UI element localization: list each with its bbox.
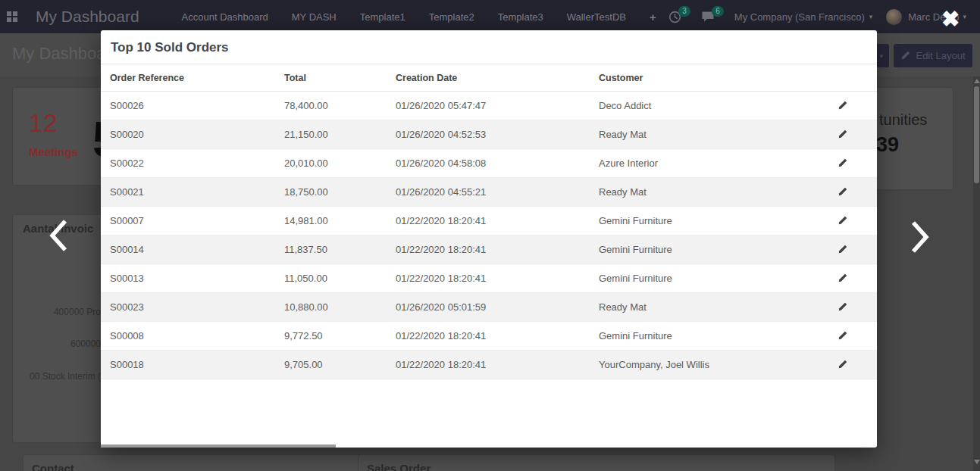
table-row[interactable]: S00013 11,050.00 01/22/2020 18:20:41 Gem… [101, 264, 877, 293]
navbar-brand[interactable]: My Dashboard [36, 8, 139, 26]
edit-pencil-icon[interactable] [838, 245, 847, 254]
order-reference-cell: S00026 [110, 100, 284, 111]
scroll-down-arrow-icon[interactable] [974, 460, 980, 464]
customer-cell: Gemini Furniture [599, 215, 838, 226]
total-cell: 20,010.00 [284, 158, 396, 169]
edit-pencil-icon[interactable] [838, 158, 847, 168]
column-header-order-reference: Order Reference [110, 73, 284, 83]
total-cell: 21,150.00 [284, 129, 396, 140]
orders-table: Order Reference Total Creation Date Cust… [101, 64, 877, 379]
edit-pencil-icon[interactable] [838, 101, 847, 111]
sales-order-card-title: Sales Order [367, 462, 431, 471]
nav-item-template1[interactable]: Template1 [360, 11, 405, 23]
creation-date-cell: 01/26/2020 05:47:47 [396, 100, 599, 111]
table-row[interactable]: S00020 21,150.00 01/26/2020 04:52:53 Rea… [101, 120, 877, 149]
customer-cell: YourCompany, Joel Willis [599, 359, 838, 370]
chart-axis-label: 00 Stock Interim ( [30, 371, 101, 382]
creation-date-cell: 01/26/2020 04:55:21 [396, 186, 599, 198]
edit-pencil-icon[interactable] [838, 129, 847, 139]
total-cell: 14,981.00 [284, 215, 396, 226]
modal-title: Top 10 Sold Orders [101, 30, 877, 64]
user-avatar[interactable] [886, 9, 902, 25]
navbar-right: 3 6 My Company (San Francisco) ▾ Marc De… [668, 9, 966, 25]
company-caret-icon: ▾ [869, 13, 873, 20]
close-modal-icon[interactable]: ✖ [941, 8, 960, 30]
pencil-icon [900, 51, 910, 61]
edit-pencil-icon[interactable] [838, 360, 847, 370]
total-cell: 11,837.50 [284, 244, 396, 255]
edit-pencil-icon[interactable] [838, 273, 847, 283]
creation-date-cell: 01/22/2020 18:20:41 [396, 273, 599, 284]
total-cell: 11,050.00 [284, 273, 396, 284]
chevron-down-icon: ▾ [879, 52, 883, 60]
total-cell: 9,705.00 [284, 359, 396, 370]
edit-pencil-icon[interactable] [838, 187, 847, 197]
total-cell: 10,880.00 [284, 301, 396, 313]
nav-item-my-dash[interactable]: MY DASH [292, 11, 337, 23]
order-reference-cell: S00023 [110, 301, 284, 313]
nav-item-wallertestdb[interactable]: WallerTestDB [567, 11, 626, 23]
orders-table-body: S00026 78,400.00 01/26/2020 05:47:47 Dec… [101, 92, 877, 379]
column-header-total: Total [284, 73, 396, 83]
customer-cell: Ready Mat [599, 129, 838, 140]
table-row[interactable]: S00007 14,981.00 01/22/2020 18:20:41 Gem… [101, 207, 877, 236]
nav-item-template2[interactable]: Template2 [429, 11, 474, 23]
modal-horizontal-scrollbar-thumb[interactable] [101, 444, 336, 448]
add-dashboard-icon[interactable]: + [650, 11, 656, 23]
order-reference-cell: S00014 [110, 244, 284, 255]
creation-date-cell: 01/22/2020 18:20:41 [396, 215, 599, 226]
edit-pencil-icon[interactable] [838, 216, 847, 226]
apps-grid-icon[interactable] [7, 11, 17, 22]
order-reference-cell: S00013 [110, 273, 284, 284]
user-caret-icon: ▾ [963, 13, 966, 20]
customer-cell: Gemini Furniture [599, 330, 838, 342]
contact-card-title: Contact [32, 462, 74, 471]
top-navbar: My Dashboard Account Dashboard MY DASH T… [0, 0, 980, 33]
scroll-up-arrow-icon[interactable] [974, 79, 980, 83]
creation-date-cell: 01/26/2020 05:01:59 [396, 301, 599, 313]
total-cell: 78,400.00 [284, 100, 396, 111]
meetings-label: Meetings [29, 145, 78, 158]
nav-item-template3[interactable]: Template3 [498, 11, 543, 23]
next-widget-arrow[interactable] [909, 219, 931, 258]
column-header-customer: Customer [599, 73, 838, 83]
order-reference-cell: S00022 [110, 158, 284, 169]
table-row[interactable]: S00021 18,750.00 01/26/2020 04:55:21 Rea… [101, 178, 877, 207]
order-reference-cell: S00021 [110, 186, 284, 198]
company-switcher[interactable]: My Company (San Francisco) [734, 11, 865, 23]
customer-cell: Ready Mat [599, 301, 838, 313]
opportunities-count-partial: 39 [876, 133, 899, 157]
table-row[interactable]: S00014 11,837.50 01/22/2020 18:20:41 Gem… [101, 236, 877, 264]
creation-date-cell: 01/26/2020 04:58:08 [396, 158, 599, 169]
table-row[interactable]: S00023 10,880.00 01/26/2020 05:01:59 Rea… [101, 293, 877, 322]
nav-item-account-dashboard[interactable]: Account Dashboard [182, 11, 268, 23]
edit-pencil-icon[interactable] [838, 302, 847, 312]
creation-date-cell: 01/22/2020 18:20:41 [396, 244, 599, 255]
chart-axis-label: 400000 Pro [54, 307, 101, 317]
table-row[interactable]: S00008 9,772.50 01/22/2020 18:20:41 Gemi… [101, 322, 877, 351]
table-row[interactable]: S00026 78,400.00 01/26/2020 05:47:47 Dec… [101, 92, 877, 120]
creation-date-cell: 01/22/2020 18:20:41 [396, 359, 599, 370]
chart-axis-label: 600000 [70, 338, 101, 349]
navbar-menu: Account Dashboard MY DASH Template1 Temp… [182, 11, 656, 23]
table-row[interactable]: S00018 9,705.00 01/22/2020 18:20:41 Your… [101, 351, 877, 379]
screen: My Dashboard Account Dashboard MY DASH T… [0, 0, 980, 471]
customer-cell: Gemini Furniture [599, 244, 838, 255]
order-reference-cell: S00018 [110, 359, 284, 370]
table-row[interactable]: S00022 20,010.00 01/26/2020 04:58:08 Azu… [101, 149, 877, 178]
top-orders-modal: Top 10 Sold Orders Order Reference Total… [101, 30, 877, 448]
orders-table-header: Order Reference Total Creation Date Cust… [101, 64, 877, 92]
edit-layout-button[interactable]: Edit Layout [894, 44, 972, 67]
activities-badge: 3 [678, 6, 690, 17]
creation-date-cell: 01/22/2020 18:20:41 [396, 330, 599, 342]
previous-widget-arrow[interactable] [47, 217, 70, 257]
column-header-creation-date: Creation Date [396, 73, 599, 83]
total-cell: 18,750.00 [284, 186, 396, 198]
messages-chat-icon[interactable]: 6 [701, 11, 715, 23]
order-reference-cell: S00007 [110, 215, 284, 226]
vertical-scrollbar-thumb[interactable] [974, 86, 979, 183]
edit-pencil-icon[interactable] [838, 331, 847, 341]
meetings-count: 12 [29, 108, 58, 138]
order-reference-cell: S00020 [110, 129, 284, 140]
activities-clock-icon[interactable]: 3 [668, 11, 681, 23]
